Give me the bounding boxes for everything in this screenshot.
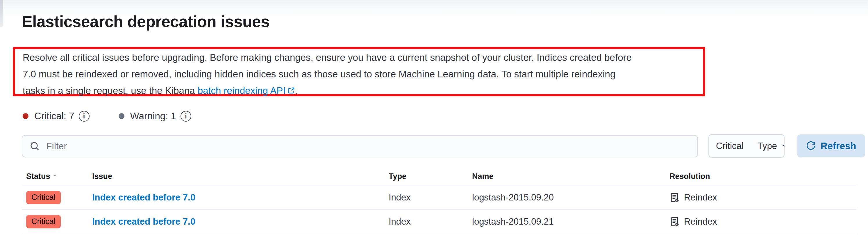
chevron-down-icon (781, 142, 784, 150)
batch-reindexing-api-link[interactable]: batch reindexing API (198, 85, 286, 96)
deprecation-count-legend: Critical: 7 i Warning: 1 i (23, 111, 191, 122)
resolution-cell: Reindex (670, 192, 856, 203)
status-cell: Critical (26, 215, 92, 229)
deprecation-issues-table: Status ↑ Issue Type Name Resolution Crit… (22, 163, 856, 234)
type-cell: Index (389, 192, 472, 203)
warning-count-label: Warning: 1 (130, 111, 176, 122)
reindex-settings-icon (670, 217, 679, 227)
resolution-cell: Reindex (670, 216, 856, 227)
critical-status-badge: Critical (26, 215, 61, 229)
filter-search-box[interactable] (22, 135, 698, 157)
table-row: Critical Index created before 7.0 Index … (22, 186, 856, 209)
warning-info-icon[interactable]: i (181, 111, 191, 122)
column-header-status[interactable]: Status ↑ (26, 172, 92, 186)
window-edge-artifact (0, 0, 3, 27)
search-icon (30, 141, 40, 151)
column-header-resolution[interactable]: Resolution (670, 172, 856, 186)
description-period: . (295, 85, 298, 96)
type-filter-dropdown[interactable]: Type (750, 135, 784, 157)
description-line-1: Resolve all critical issues before upgra… (23, 52, 632, 63)
issue-link[interactable]: Index created before 7.0 (92, 192, 195, 203)
column-header-type[interactable]: Type (389, 172, 472, 186)
description-line-3: tasks in a single request, use the Kiban… (23, 85, 198, 96)
page-description: Resolve all critical issues before upgra… (23, 49, 632, 99)
warning-dot-icon (119, 113, 124, 119)
resolution-label: Reindex (684, 192, 717, 203)
critical-count-label: Critical: 7 (34, 111, 74, 122)
refresh-icon (806, 141, 816, 151)
issue-link[interactable]: Index created before 7.0 (92, 216, 195, 227)
name-cell: logstash-2015.09.20 (472, 192, 670, 203)
warning-count: Warning: 1 i (119, 111, 191, 122)
refresh-button[interactable]: Refresh (797, 135, 865, 157)
external-link-icon (288, 87, 295, 94)
column-header-issue[interactable]: Issue (92, 172, 389, 186)
filter-input[interactable] (46, 141, 690, 152)
issue-cell: Index created before 7.0 (92, 216, 389, 227)
description-line-2: 7.0 must be reindexed or removed, includ… (23, 69, 615, 80)
status-cell: Critical (26, 191, 92, 204)
resolution-label: Reindex (684, 216, 717, 227)
page-title: Elasticsearch deprecation issues (22, 12, 270, 31)
filter-button-group: Critical Type (708, 134, 784, 158)
critical-dot-icon (23, 113, 29, 119)
critical-status-badge: Critical (26, 191, 61, 204)
sort-ascending-icon: ↑ (53, 172, 57, 181)
critical-filter-button[interactable]: Critical (709, 135, 750, 157)
issue-cell: Index created before 7.0 (92, 192, 389, 203)
reindex-settings-icon (670, 192, 679, 203)
critical-info-icon[interactable]: i (79, 111, 90, 122)
column-header-name[interactable]: Name (472, 172, 670, 186)
table-header-row: Status ↑ Issue Type Name Resolution (22, 163, 856, 186)
table-row: Critical Index created before 7.0 Index … (22, 209, 856, 234)
name-cell: logstash-2015.09.21 (472, 216, 670, 227)
type-cell: Index (389, 216, 472, 227)
critical-count: Critical: 7 i (23, 111, 90, 122)
